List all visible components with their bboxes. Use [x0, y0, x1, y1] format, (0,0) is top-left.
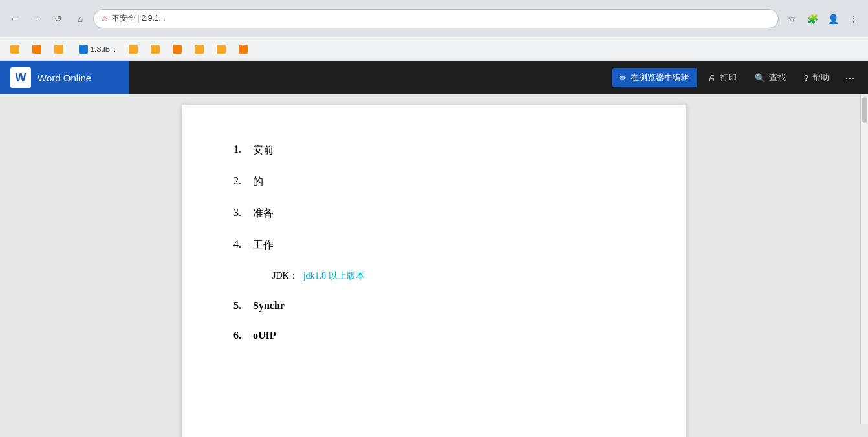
- bookmark-label: 1.SdB...: [91, 45, 116, 53]
- address-text: 不安全 | 2.9.1...: [112, 13, 770, 24]
- edit-in-browser-button[interactable]: ✏ 在浏览器中编辑: [612, 68, 697, 87]
- indent-label: JDK：: [272, 270, 298, 282]
- bookmark-item[interactable]: [212, 42, 231, 56]
- browser-chrome: ← → ↺ ⌂ ⚠ 不安全 | 2.9.1... ☆ 🧩 👤 ⋮: [0, 0, 868, 37]
- help-button-label: 帮助: [812, 72, 829, 83]
- list-text: 的: [253, 175, 263, 189]
- list-item: 1. 安前: [233, 144, 635, 157]
- bookmark-item[interactable]: [190, 42, 209, 56]
- bookmark-item[interactable]: [27, 42, 47, 56]
- bookmark-folder-icon: [195, 45, 204, 54]
- main-content-area: 1. 安前 2. 的 3. 准备 4. 工作: [0, 94, 868, 437]
- bookmark-item[interactable]: [233, 42, 253, 56]
- more-options-button[interactable]: ···: [840, 67, 860, 88]
- print-button-label: 打印: [720, 72, 737, 83]
- bookmark-folder-icon: [32, 45, 41, 54]
- bookmark-folder-icon: [10, 45, 19, 54]
- list-number: 6.: [233, 330, 253, 341]
- more-menu-button[interactable]: ⋮: [845, 10, 863, 28]
- list-text: 准备: [253, 207, 274, 220]
- bookmark-folder-icon: [129, 45, 138, 54]
- list-item: 6. oUIP: [233, 330, 635, 341]
- document-viewport: 1. 安前 2. 的 3. 准备 4. 工作: [0, 94, 868, 437]
- indent-item: JDK： jdk1.8 以上版本: [272, 270, 635, 282]
- address-bar[interactable]: ⚠ 不安全 | 2.9.1...: [93, 9, 779, 28]
- find-button-label: 查找: [769, 72, 786, 83]
- list-item: 4. 工作: [233, 239, 635, 252]
- list-number: 4.: [233, 239, 253, 250]
- bookmark-folder-icon: [217, 45, 226, 54]
- bookmarks-bar: 1.SdB...: [0, 37, 868, 61]
- list-number: 5.: [233, 300, 253, 312]
- bookmark-folder-icon: [79, 45, 88, 54]
- word-header-actions: ✏ 在浏览器中编辑 🖨 打印 🔍 查找 ? 帮助 ···: [612, 67, 868, 88]
- list-item: 2. 的: [233, 175, 635, 189]
- list-item: 5. Synchr: [233, 300, 635, 312]
- refresh-button[interactable]: ↺: [49, 10, 67, 28]
- word-logo-icon: W: [10, 67, 31, 88]
- search-icon: 🔍: [755, 73, 765, 83]
- bookmark-item[interactable]: 1.SdB...: [74, 42, 121, 56]
- bookmark-item[interactable]: [5, 42, 25, 56]
- bookmark-folder-icon: [239, 45, 248, 54]
- list-number: 2.: [233, 175, 253, 187]
- bookmark-item[interactable]: [49, 42, 71, 56]
- browser-actions: ☆ 🧩 👤 ⋮: [783, 10, 863, 28]
- list-item: 3. 准备: [233, 207, 635, 220]
- list-text: Synchr: [253, 300, 285, 312]
- bookmark-item[interactable]: [168, 42, 187, 56]
- profile-button[interactable]: 👤: [824, 10, 842, 28]
- help-button[interactable]: ? 帮助: [796, 68, 837, 87]
- vertical-scrollbar[interactable]: [860, 94, 868, 424]
- word-logo-area: W Word Online: [0, 61, 129, 94]
- help-icon: ?: [804, 73, 808, 83]
- list-number: 3.: [233, 207, 253, 218]
- bookmark-folder-icon: [151, 45, 160, 54]
- bookmark-item[interactable]: [124, 42, 143, 56]
- back-button[interactable]: ←: [5, 10, 23, 28]
- list-text: 安前: [253, 144, 274, 157]
- print-button[interactable]: 🖨 打印: [700, 68, 744, 87]
- print-icon: 🖨: [708, 73, 716, 83]
- bookmark-folder-icon: [54, 45, 63, 54]
- list-number: 1.: [233, 144, 253, 155]
- document-content: 1. 安前 2. 的 3. 准备 4. 工作: [233, 144, 635, 341]
- home-button[interactable]: ⌂: [71, 10, 89, 28]
- list-text: oUIP: [253, 330, 276, 341]
- forward-button[interactable]: →: [27, 10, 45, 28]
- find-button[interactable]: 🔍 查找: [747, 68, 794, 87]
- star-button[interactable]: ☆: [783, 10, 801, 28]
- edit-button-label: 在浏览器中编辑: [631, 72, 689, 83]
- lock-icon: ⚠: [102, 14, 108, 23]
- list-text: 工作: [253, 239, 274, 252]
- extensions-button[interactable]: 🧩: [803, 10, 821, 28]
- document-page: 1. 安前 2. 的 3. 准备 4. 工作: [182, 105, 686, 437]
- edit-icon: ✏: [620, 73, 627, 83]
- bookmark-item[interactable]: [146, 42, 165, 56]
- indent-value: jdk1.8 以上版本: [303, 270, 365, 282]
- bookmark-folder-icon: [173, 45, 182, 54]
- word-header: W Word Online ✏ 在浏览器中编辑 🖨 打印 🔍 查找 ? 帮助 ·…: [0, 61, 868, 94]
- app-name: Word Online: [38, 72, 91, 83]
- scrollbar-thumb[interactable]: [862, 97, 867, 123]
